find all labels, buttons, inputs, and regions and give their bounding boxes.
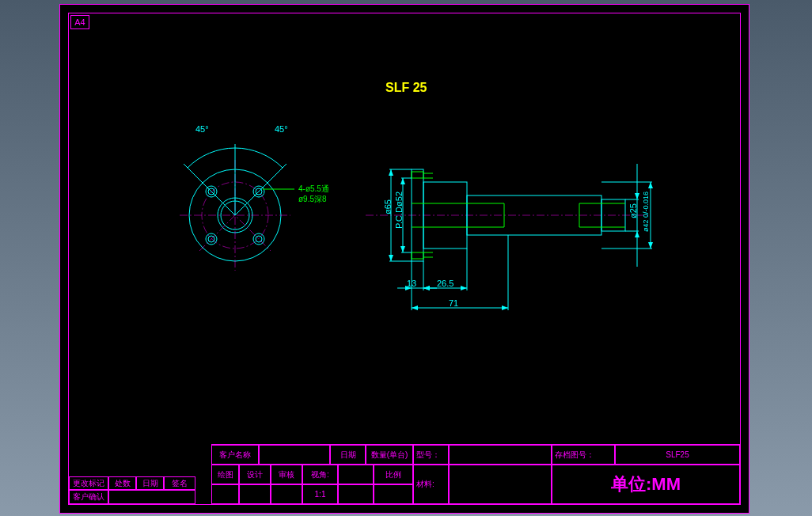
place-count-label: 处数: [108, 476, 136, 490]
draw-label: 绘图: [211, 465, 239, 484]
angle-right-dim: 45°: [275, 124, 288, 134]
revision-block: 更改标记 处数 日期 签名 客户确认: [69, 476, 195, 504]
scale-value: 1:1: [302, 484, 338, 504]
title-block: 客户名称 日期 数量(单台) 型号： 存档图号： SLF25 绘图 设计 审核 …: [211, 444, 740, 504]
rev-date-label: 日期: [136, 476, 164, 490]
qty-label: 数量(单台): [366, 445, 413, 465]
design-value: [239, 484, 271, 504]
customer-name-value: [259, 445, 330, 465]
sheet-size-label: A4: [70, 15, 89, 29]
units-label: 单位:MM: [552, 465, 740, 504]
svg-rect-26: [412, 252, 423, 259]
dim-len-13: 13: [407, 279, 416, 288]
design-label: 设计: [239, 465, 271, 484]
dim-len-26-5: 26.5: [437, 279, 453, 288]
view-label: 视角:: [302, 465, 338, 484]
svg-marker-40: [389, 169, 393, 176]
archive-value: SLF25: [615, 445, 740, 465]
customer-confirm-label: 客户确认: [69, 490, 108, 504]
svg-marker-46: [400, 246, 405, 252]
dim-len-71: 71: [449, 298, 458, 308]
svg-marker-45: [400, 178, 405, 184]
svg-marker-56: [648, 242, 653, 249]
svg-marker-69: [412, 305, 418, 310]
angle-left-dim: 45°: [195, 124, 209, 134]
svg-marker-50: [635, 193, 639, 199]
svg-rect-25: [412, 172, 423, 178]
angle-symbol: [338, 484, 374, 504]
part-title: SLF 25: [385, 81, 427, 95]
review-value: [271, 484, 302, 504]
scale-value-2: [374, 484, 413, 504]
model-value: [449, 445, 552, 465]
review-label: 审核: [271, 465, 302, 484]
svg-marker-70: [502, 305, 508, 310]
side-view-shaft: [366, 132, 658, 338]
customer-name-label: 客户名称: [211, 445, 259, 465]
inner-frame: A4 SLF 25: [68, 13, 741, 505]
customer-confirm-value: [108, 490, 195, 504]
svg-marker-65: [461, 286, 467, 290]
material-label: 材料:: [413, 465, 449, 504]
sign-label: 签名: [164, 476, 195, 490]
svg-marker-41: [389, 255, 393, 261]
change-mark-label: 更改标记: [69, 476, 108, 490]
dim-pcd-52: P.C.Dø52: [394, 192, 404, 229]
scale-label: 比例: [374, 465, 413, 484]
archive-label: 存档图号：: [552, 445, 615, 465]
date-label: 日期: [330, 445, 366, 465]
svg-line-17: [184, 164, 235, 215]
dim-dia-65: ø65: [383, 199, 393, 214]
view-value: [338, 465, 374, 484]
model-label: 型号：: [413, 445, 449, 465]
hole-callout-1: 4-ø5.5通: [298, 184, 329, 195]
hole-callout-2: ø9.5深8: [298, 194, 327, 205]
dim-dia-42: ø42 0/-0.016: [642, 192, 650, 232]
svg-marker-55: [648, 182, 653, 188]
drawing-frame: A4 SLF 25: [59, 4, 749, 514]
dim-dia-25: ø25: [628, 203, 638, 218]
material-value: [449, 465, 552, 504]
svg-marker-51: [635, 231, 639, 237]
svg-marker-64: [423, 286, 430, 290]
draw-value: [211, 484, 239, 504]
